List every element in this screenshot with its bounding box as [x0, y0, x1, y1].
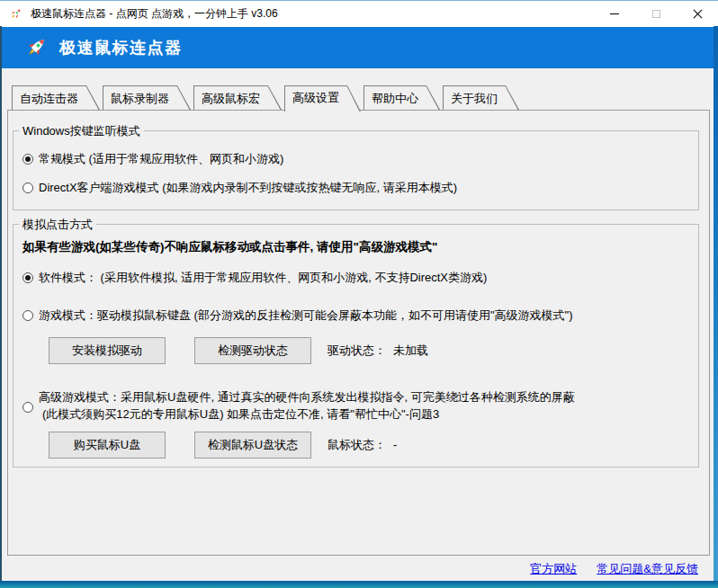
app-header: 极速鼠标连点器 — [0, 27, 718, 68]
radio-label: 高级游戏模式：采用鼠标U盘硬件, 通过真实的硬件向系统发出模拟指令, 可完美绕过… — [39, 388, 575, 423]
game-mode-warning-text: 如果有些游戏(如某些传奇)不响应鼠标移动或点击事件, 请使用"高级游戏模式" — [22, 239, 698, 255]
radio-option-advanced-game-mode[interactable]: 高级游戏模式：采用鼠标U盘硬件, 通过真实的硬件向系统发出模拟指令, 可完美绕过… — [22, 388, 698, 423]
app-window: 极速鼠标连点器 - 点网页 点游戏，一分钟上手 v3.06 极速鼠标连点器 自动… — [0, 0, 718, 588]
groupbox-title: 模拟点击方式 — [19, 217, 96, 233]
tab-mouse-recorder[interactable]: 鼠标录制器 — [103, 85, 191, 110]
usb-button-row: 购买鼠标U盘 检测鼠标U盘状态 鼠标状态：- — [49, 432, 698, 459]
window-border-top — [0, 0, 718, 1]
tab-label: 自动连击器 — [12, 85, 100, 107]
radio-label: DirectX客户端游戏模式 (如果游戏内录制不到按键或按热键无响应, 请采用本… — [39, 180, 457, 196]
close-button[interactable] — [677, 1, 718, 27]
mouse-status-value: - — [393, 438, 397, 451]
radio-label: 软件模式： (采用软件模拟, 适用于常规应用软件、网页和小游戏, 不支持Dire… — [39, 270, 487, 286]
window-border-bottom — [0, 581, 718, 588]
driver-status-label: 驱动状态： — [328, 343, 386, 357]
install-driver-button[interactable]: 安装模拟驱动 — [49, 337, 166, 364]
official-website-link[interactable]: 官方网站 — [530, 561, 577, 577]
app-title: 极速鼠标连点器 — [59, 37, 183, 58]
close-icon — [693, 9, 703, 19]
radio-label: 常规模式 (适用于常规应用软件、网页和小游戏) — [39, 151, 283, 167]
rocket-icon — [22, 34, 49, 61]
tab-bar: 自动连击器 鼠标录制器 高级鼠标宏 高级设置 帮助中心 关于我们 — [12, 85, 522, 110]
radio-icon[interactable] — [22, 154, 33, 165]
radio-icon[interactable] — [22, 272, 33, 283]
radio-option-directx-mode[interactable]: DirectX客户端游戏模式 (如果游戏内录制不到按键或按热键无响应, 请采用本… — [22, 180, 698, 196]
tab-help-center[interactable]: 帮助中心 — [363, 85, 440, 110]
advanced-mode-line1: 高级游戏模式：采用鼠标U盘硬件, 通过真实的硬件向系统发出模拟指令, 可完美绕过… — [39, 388, 575, 405]
tab-label: 高级鼠标宏 — [193, 85, 282, 107]
tab-auto-clicker[interactable]: 自动连击器 — [12, 85, 100, 110]
minimize-button[interactable] — [594, 1, 635, 27]
groupbox-title: Windows按键监听模式 — [19, 123, 144, 139]
footer-links: 官方网站 常见问题&意见反馈 — [530, 561, 698, 577]
radio-option-normal-mode[interactable]: 常规模式 (适用于常规应用软件、网页和小游戏) — [22, 151, 698, 167]
radio-option-game-mode[interactable]: 游戏模式：驱动模拟鼠标键盘 (部分游戏的反挂检测可能会屏蔽本功能，如不可用请使用… — [22, 307, 698, 324]
mouse-status: 鼠标状态：- — [328, 437, 397, 453]
window-border-left — [0, 26, 2, 588]
tab-advanced-settings[interactable]: 高级设置 — [284, 85, 361, 111]
minimize-icon — [610, 13, 619, 14]
tab-label: 关于我们 — [443, 85, 519, 107]
radio-icon[interactable] — [22, 310, 33, 321]
check-mouse-usb-status-button[interactable]: 检测鼠标U盘状态 — [194, 432, 311, 459]
tab-label: 帮助中心 — [363, 85, 440, 107]
window-controls — [594, 1, 718, 27]
driver-button-row: 安装模拟驱动 检测驱动状态 驱动状态：未加载 — [49, 337, 698, 364]
tab-advanced-macro[interactable]: 高级鼠标宏 — [193, 85, 282, 110]
radio-icon[interactable] — [22, 183, 33, 193]
maximize-button[interactable] — [635, 1, 677, 27]
advanced-mode-line2: (此模式须购买12元的专用鼠标U盘) 如果点击定位不准, 请看"帮忙中心"-问题… — [39, 405, 575, 423]
window-border-right — [714, 26, 718, 588]
titlebar: 极速鼠标连点器 - 点网页 点游戏，一分钟上手 v3.06 — [0, 1, 718, 27]
radio-label: 游戏模式：驱动模拟鼠标键盘 (部分游戏的反挂检测可能会屏蔽本功能，如不可用请使用… — [39, 307, 573, 324]
tab-label: 鼠标录制器 — [103, 85, 191, 107]
app-rocket-icon — [8, 6, 23, 22]
driver-status-value: 未加载 — [393, 343, 428, 357]
check-driver-status-button[interactable]: 检测驱动状态 — [194, 337, 311, 364]
faq-feedback-link[interactable]: 常见问题&意见反馈 — [597, 561, 698, 577]
click-mode-groupbox: 模拟点击方式 如果有些游戏(如某些传奇)不响应鼠标移动或点击事件, 请使用"高级… — [13, 224, 699, 468]
buy-mouse-usb-button[interactable]: 购买鼠标U盘 — [49, 432, 166, 459]
driver-status: 驱动状态：未加载 — [328, 343, 428, 359]
window-title: 极速鼠标连点器 - 点网页 点游戏，一分钟上手 v3.06 — [31, 6, 278, 22]
tab-label: 高级设置 — [284, 85, 361, 106]
radio-option-software-mode[interactable]: 软件模式： (采用软件模拟, 适用于常规应用软件、网页和小游戏, 不支持Dire… — [22, 270, 698, 286]
radio-icon[interactable] — [22, 402, 33, 413]
maximize-icon — [652, 10, 660, 18]
mouse-status-label: 鼠标状态： — [328, 438, 386, 451]
tab-about-us[interactable]: 关于我们 — [443, 85, 519, 110]
advanced-settings-panel: Windows按键监听模式 常规模式 (适用于常规应用软件、网页和小游戏) Di… — [7, 110, 710, 556]
listen-mode-groupbox: Windows按键监听模式 常规模式 (适用于常规应用软件、网页和小游戏) Di… — [13, 130, 699, 210]
